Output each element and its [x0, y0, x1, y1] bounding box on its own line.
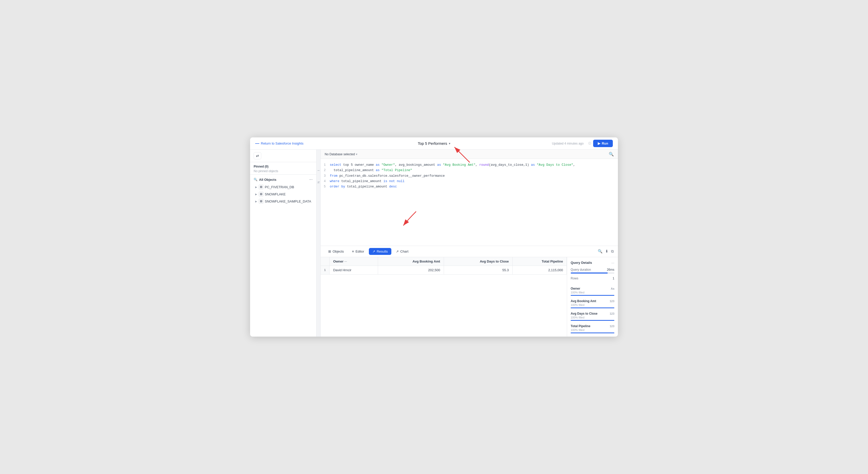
tabs-bar: ⊞ Objects ≡ Editor ↗ Results ↗ Chart 🔍: [320, 246, 618, 257]
top-right: Updated 4 minutes ago ⓘ ▶ Run: [552, 140, 613, 147]
filter-button[interactable]: ⇄: [254, 152, 261, 159]
db-icon-2: ⊞: [259, 192, 264, 196]
sidebar-item-snowflake[interactable]: ▶ ⊞ SNOWFLAKE: [250, 191, 316, 198]
run-button[interactable]: ▶ Run: [593, 140, 613, 147]
results-table-wrap[interactable]: Owner ··· Avg Booking Amt Avg Days to Cl…: [320, 257, 567, 337]
top-bar: — Return to Salesforce Insights Top 5 Pe…: [250, 137, 618, 150]
return-link[interactable]: — Return to Salesforce Insights: [255, 141, 304, 146]
db-selector[interactable]: No Database selected ▾: [325, 153, 358, 156]
qd-col-avg-days-header: Avg Days to Close 123: [571, 312, 614, 315]
qd-rows-value: 1: [613, 277, 614, 280]
qd-col-total-pipeline: Total Pipeline 123 100% filled: [571, 324, 614, 333]
sidebar-item-pc-fivetran[interactable]: ▶ ⊞ PC_FIVETRAN_DB: [250, 183, 316, 191]
tab-editor[interactable]: ≡ Editor: [348, 248, 368, 255]
sidebar: ⇄ Pinned (0) No pinned objects 🔍 All Obj…: [250, 150, 316, 337]
title-chevron[interactable]: ▾: [449, 142, 451, 145]
code-line-1: 1 select top 5 owner_name as "Owner", av…: [320, 162, 618, 168]
sidebar-item-snowflake-sample[interactable]: ▶ ⊞ SNOWFLAKE_SAMPLE_DATA: [250, 198, 316, 205]
tab-editor-label: Editor: [355, 250, 364, 253]
qd-col-total-pipeline-bar: [571, 333, 614, 333]
col-avg-days-label: Avg Days to Close: [480, 259, 509, 263]
qd-duration-label: Query duration: [571, 268, 591, 272]
db-selector-text: No Database selected: [325, 153, 355, 156]
query-details-panel: Query Details ··· Query duration 26ms Ro…: [567, 257, 618, 337]
qd-col-owner-bar: [571, 295, 614, 296]
row-num-header: [320, 257, 330, 266]
row-num-1: 1: [320, 265, 330, 274]
db-icon-3: ⊞: [259, 199, 264, 203]
table-search-button[interactable]: 🔍: [598, 249, 602, 254]
qd-col-total-pipeline-filled: 100% filled: [571, 328, 614, 331]
qd-col-avg-days-filled: 100% filled: [571, 316, 614, 319]
code-content-3: from pc_fivetran_db.salesforce.salesforc…: [330, 173, 445, 179]
tree-arrow-icon-2: ▶: [255, 193, 257, 196]
objects-more-button[interactable]: ···: [309, 177, 313, 182]
db-selector-chevron: ▾: [356, 153, 358, 156]
table-row: 1 David Hrncir 202,500 55.3 2,115,000: [320, 265, 567, 274]
main-layout: ⇄ Pinned (0) No pinned objects 🔍 All Obj…: [250, 150, 618, 337]
run-icon: ▶: [598, 141, 600, 145]
qd-col-avg-days-name: Avg Days to Close: [571, 312, 597, 315]
code-line-4: 4 where total_pipeline_amount is not nul…: [320, 179, 618, 184]
qd-col-owner-header: Owner Aa: [571, 287, 614, 290]
tab-objects-label: Objects: [333, 250, 344, 253]
cell-total-pipeline: 2,115,000: [513, 265, 566, 274]
v-tab-n[interactable]: N: [317, 181, 320, 183]
qd-col-avg-booking-filled: 100% filled: [571, 304, 614, 307]
db-name-2: SNOWFLAKE: [265, 192, 286, 196]
tab-results-label: Results: [377, 250, 388, 253]
tab-chart[interactable]: ↗ Chart: [392, 248, 412, 255]
db-name-3: SNOWFLAKE_SAMPLE_DATA: [265, 199, 311, 203]
cell-avg-days: 55.3: [444, 265, 513, 274]
line-num-4: 4: [320, 179, 330, 184]
qd-rows-row: Rows 1: [571, 277, 614, 280]
line-num-5: 5: [320, 184, 330, 189]
col-header-total-pipeline: Total Pipeline: [513, 257, 566, 266]
qd-col-owner-type: Aa: [611, 287, 614, 290]
qd-col-total-pipeline-header: Total Pipeline 123: [571, 324, 614, 328]
qd-col-avg-booking: Avg Booking Amt 123 100% filled: [571, 299, 614, 308]
tree-arrow-icon-3: ▶: [255, 200, 257, 203]
col-header-avg-days: Avg Days to Close: [444, 257, 513, 266]
cell-owner: David Hrncir: [330, 265, 378, 274]
code-content-4: where total_pipeline_amount is not null: [330, 179, 405, 184]
qd-col-avg-days: Avg Days to Close 123 100% filled: [571, 312, 614, 321]
qd-duration-fill: [571, 273, 608, 274]
left-strip: I N: [316, 150, 320, 337]
code-line-5: 5 order by total_pipeline_amount desc: [320, 184, 618, 189]
v-tab-i[interactable]: I: [317, 170, 320, 171]
col-header-avg-booking: Avg Booking Amt: [378, 257, 444, 266]
tab-results[interactable]: ↗ Results: [369, 248, 391, 255]
col-header-owner: Owner ···: [330, 257, 378, 266]
qd-col-avg-booking-type: 123: [610, 299, 614, 303]
db-icon: ⊞: [259, 185, 264, 189]
editor-search-button[interactable]: 🔍: [609, 152, 614, 157]
qd-col-total-pipeline-type: 123: [610, 325, 614, 328]
table-header-row: Owner ··· Avg Booking Amt Avg Days to Cl…: [320, 257, 567, 266]
table-expand-button[interactable]: ⧉: [611, 249, 614, 254]
results-table: Owner ··· Avg Booking Amt Avg Days to Cl…: [320, 257, 567, 275]
search-icon: 🔍: [254, 178, 257, 181]
editor-icon: ≡: [352, 250, 354, 253]
code-editor[interactable]: 1 select top 5 owner_name as "Owner", av…: [320, 159, 618, 246]
all-objects-label: 🔍 All Objects: [254, 178, 276, 182]
col-total-pipeline-label: Total Pipeline: [541, 259, 563, 263]
tab-objects[interactable]: ⊞ Objects: [325, 248, 347, 255]
tree-arrow-icon: ▶: [255, 186, 257, 188]
qd-col-owner-filled: 100% filled: [571, 291, 614, 294]
report-title: Top 5 Performers ▾: [417, 141, 450, 146]
app-window: — Return to Salesforce Insights Top 5 Pe…: [250, 137, 618, 337]
line-num-1: 1: [320, 162, 330, 167]
qd-rows-label: Rows: [571, 277, 578, 280]
table-download-button[interactable]: ⬇: [605, 249, 609, 254]
code-content-2: total_pipeline_amount as "Total Pipeline…: [330, 168, 412, 173]
col-owner-more[interactable]: ···: [344, 260, 347, 263]
all-objects-header: 🔍 All Objects ···: [250, 175, 316, 183]
qd-spacer: [571, 281, 614, 285]
qd-col-owner-name: Owner: [571, 287, 580, 290]
code-line-2: 2 total_pipeline_amount as "Total Pipeli…: [320, 168, 618, 173]
qd-col-owner: Owner Aa 100% filled: [571, 287, 614, 296]
code-content-5: order by total_pipeline_amount desc: [330, 184, 397, 189]
qd-more-button[interactable]: ···: [611, 261, 614, 265]
updated-text: Updated 4 minutes ago: [552, 142, 584, 145]
